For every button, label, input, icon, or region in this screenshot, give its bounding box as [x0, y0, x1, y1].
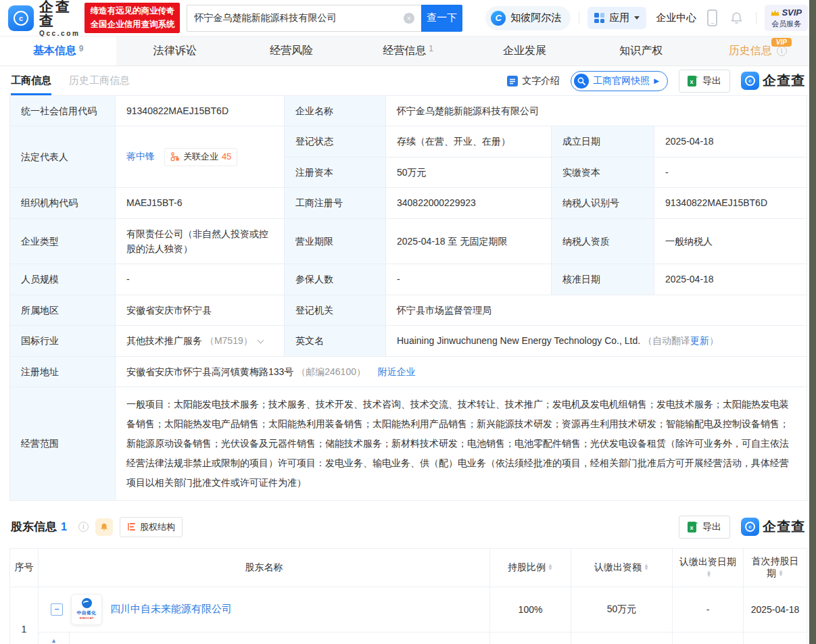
caret-down-icon	[634, 16, 640, 20]
translate-update-link[interactable]: 更新	[690, 335, 709, 346]
company-type-label: 企业类型	[10, 218, 116, 264]
equity-structure-label: 股权结构	[140, 521, 175, 533]
business-term-label: 营业期限	[285, 218, 386, 264]
info-icon[interactable]: i	[78, 522, 89, 532]
tab-label: 经营信息	[383, 44, 426, 58]
col-subscribed-amount: 认缴出资额▲▼	[571, 548, 673, 587]
org-code-label: 组织机构代码	[10, 188, 116, 218]
browser-scrollbar[interactable]	[809, 0, 816, 644]
subtab-history-business-info[interactable]: 历史工商信息	[69, 74, 130, 87]
text-intro-label: 文字介绍	[522, 75, 560, 87]
sort-icon[interactable]: ▲▼	[778, 570, 784, 577]
english-name-value: Huaining Jinwuchuneng New Energy Technol…	[397, 335, 640, 346]
secondary-shareholder-row: ▲ 二级 股东 + 中自科技股份有限公司 100% 2800万元＞ 2029-1…	[10, 632, 807, 644]
serial-number: 1	[10, 587, 39, 644]
first-holding-date: 2025-04-18	[744, 587, 807, 632]
mobile-app-icon[interactable]	[707, 9, 717, 26]
english-name-cell: Huaining Jinwuchuneng New Energy Technol…	[386, 326, 807, 356]
export-button[interactable]: x 导出	[679, 70, 730, 93]
tab-history-info[interactable]: VIP 历史信息 i	[700, 36, 816, 66]
sort-icon[interactable]: ▲▼	[644, 564, 649, 571]
sort-icon[interactable]: ▲▼	[548, 564, 553, 571]
collapse-triangle-icon[interactable]: ▲	[51, 637, 57, 644]
related-companies-badge[interactable]: 关联企业 45	[164, 148, 237, 166]
business-info-toolbar: 工商信息 历史工商信息 文字介绍 工商官网快照 ▶ x 导出 c 企查查	[0, 66, 816, 95]
document-icon	[507, 76, 518, 86]
equity-tree-icon	[127, 522, 136, 531]
tab-label: 基本信息	[33, 44, 76, 58]
camera-search-icon	[574, 74, 589, 89]
collapse-button[interactable]: −	[51, 603, 63, 616]
tab-intellectual-property[interactable]: 知识产权	[583, 36, 699, 66]
address-zipcode: （邮编246100）	[296, 366, 366, 377]
tab-enterprise-development[interactable]: 企业发展	[466, 36, 583, 66]
shareholder-name-link[interactable]: 四川中自未来能源有限公司	[110, 603, 232, 616]
reg-number-label: 工商注册号	[285, 188, 386, 218]
apps-menu[interactable]: 应用	[587, 7, 646, 29]
tab-legal-litigation[interactable]: 法律诉讼	[116, 36, 233, 66]
vip-badge: VIP	[771, 38, 792, 47]
org-code-value: MAEJ15BT-6	[116, 188, 285, 218]
equity-structure-button[interactable]: 股权结构	[120, 517, 183, 537]
industry-cell: 其他技术推广服务 （M7519）	[116, 326, 285, 356]
divider	[756, 12, 757, 24]
qcc-watermark-logo: c 企查查	[741, 518, 805, 536]
holding-ratio: 100%	[490, 587, 571, 632]
qcc-logo-icon: c	[741, 72, 759, 90]
search-input[interactable]	[194, 13, 404, 24]
search-box: ×	[187, 5, 421, 32]
auto-translate-note: （自动翻译	[643, 335, 690, 346]
top-header: c 企查查 Qcc.com 缔造有远见的商业传奇 全国企业信用查询系统 × 查一…	[0, 0, 816, 36]
nearby-companies-link[interactable]: 附近企业	[378, 366, 416, 377]
tab-label: 企业发展	[503, 44, 546, 58]
search-button[interactable]: 查一下	[421, 5, 462, 32]
address-cell: 安徽省安庆市怀宁县高河镇黄梅路133号 （邮编246100） 附近企业	[116, 356, 807, 387]
reg-status-label: 登记状态	[285, 126, 386, 157]
col-holding-ratio: 持股比例▲▼	[490, 548, 571, 587]
shareholders-header: 股东信息 1 i 股权结构 x 导出 c 企查查	[11, 516, 805, 539]
tab-basic-info[interactable]: 基本信息9	[0, 36, 116, 66]
excel-icon: x	[688, 522, 698, 532]
business-registration-table: 统一社会信用代码 91340822MAEJ15BT6D 企业名称 怀宁金乌楚能新…	[9, 95, 807, 501]
legal-rep-link[interactable]: 蒋中锋	[126, 151, 155, 162]
text-intro-button[interactable]: 文字介绍	[507, 75, 560, 87]
col-subscribed-date: 认缴出资日期▲▼	[673, 548, 744, 587]
sort-icon[interactable]: ▲▼	[706, 571, 712, 578]
approval-date-label: 核准日期	[552, 264, 654, 295]
address-label: 注册地址	[10, 356, 116, 387]
svg-text:x: x	[690, 78, 693, 84]
zhibi-alpha-link[interactable]: C 知彼阿尔法	[485, 6, 571, 30]
sinocat-logo-icon	[82, 598, 92, 608]
shareholders-table: 序号 股东名称 持股比例▲▼ 认缴出资额▲▼ 认缴出资日期▲▼ 首次持股日期▲▼…	[9, 548, 807, 644]
legal-rep-label: 法定代表人	[10, 126, 116, 188]
chevron-down-icon[interactable]	[257, 337, 264, 344]
qcc-home-link[interactable]: c 企查查 Qcc.com	[8, 0, 82, 37]
notification-bell-icon[interactable]	[729, 11, 744, 25]
credit-code-value: 91340822MAEJ15BT6D	[116, 96, 285, 126]
slogan-line2: 全国企业信用查询系统	[90, 18, 174, 31]
secondary-shareholder-tag: ▲ 二级 股东	[39, 633, 70, 644]
business-scope-value: 一般项目：太阳能发电技术服务；技术服务、技术开发、技术咨询、技术交流、技术转让、…	[116, 387, 807, 500]
svg-text:x: x	[690, 524, 693, 530]
tab-label: 历史信息	[729, 44, 772, 58]
subtab-business-info[interactable]: 工商信息	[11, 66, 51, 95]
excel-icon: x	[688, 76, 698, 86]
taxpayer-quality-label: 纳税人资质	[552, 218, 654, 264]
tab-operation-info[interactable]: 经营信息1	[350, 36, 466, 66]
related-companies-count: 45	[222, 150, 231, 164]
official-snapshot-button[interactable]: 工商官网快照 ▶	[571, 71, 668, 91]
industry-value: 其他技术推广服务	[126, 335, 202, 346]
reg-capital-value: 50万元	[386, 157, 552, 187]
monitor-bell-button[interactable]	[95, 518, 113, 536]
company-name-value: 怀宁金乌楚能新能源科技有限公司	[386, 96, 807, 126]
qcc-logo-icon: c	[8, 5, 34, 31]
enterprise-center-link[interactable]: 企业中心	[656, 11, 696, 24]
svip-member-service[interactable]: SVIP 会员服务	[765, 5, 808, 31]
tab-operation-risk[interactable]: 经营风险	[233, 36, 350, 66]
company-name-label: 企业名称	[285, 96, 386, 126]
info-icon[interactable]: i	[777, 46, 787, 56]
clear-search-icon[interactable]: ×	[404, 13, 414, 24]
subscribed-date: 2029-12-12	[673, 632, 744, 644]
export-button[interactable]: x 导出	[679, 516, 730, 539]
establish-date-value: 2025-04-18	[654, 126, 807, 157]
